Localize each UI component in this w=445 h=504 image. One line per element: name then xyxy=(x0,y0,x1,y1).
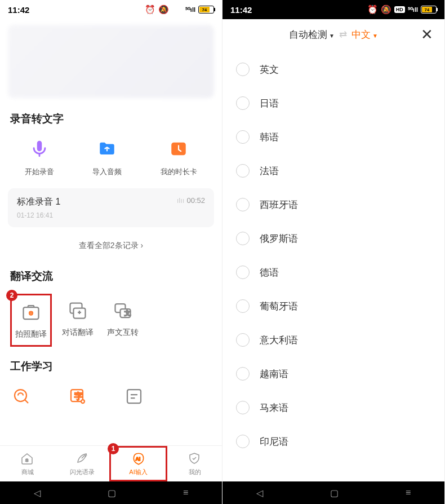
banner-image[interactable] xyxy=(8,25,214,98)
clock-card-icon xyxy=(166,136,191,161)
back-icon[interactable]: ◁ xyxy=(34,488,41,498)
language-option[interactable]: 意大利语 xyxy=(222,323,444,357)
work-icon-3[interactable] xyxy=(123,385,145,408)
mall-icon: S xyxy=(20,452,35,466)
dialogue-translate-label: 对话翻译 xyxy=(62,328,94,338)
recording-item[interactable]: 标准录音 1 01-12 16:41 ılıı 00:52 xyxy=(8,188,214,227)
work-icon-1[interactable] xyxy=(10,385,33,408)
language-option[interactable]: 德语 xyxy=(222,255,444,289)
sound-text-icon: 文 xyxy=(112,299,134,322)
radio-icon xyxy=(236,63,250,76)
home-icon[interactable]: ▢ xyxy=(330,488,339,498)
svg-text:文: 文 xyxy=(124,310,131,316)
import-audio-button[interactable]: 导入音频 xyxy=(92,136,122,177)
radio-icon xyxy=(236,333,250,347)
section-translate-title: 翻译交流 xyxy=(0,261,222,289)
recent-icon[interactable]: ≡ xyxy=(406,488,411,498)
language-option[interactable]: 英文 xyxy=(222,52,444,86)
my-card-button[interactable]: 我的时长卡 xyxy=(161,136,197,177)
svg-rect-11 xyxy=(127,390,141,403)
language-list: 英文 日语 韩语 法语 西班牙语 俄罗斯语 德语 葡萄牙语 意大利语 越南语 马… xyxy=(222,50,444,461)
language-option[interactable]: 俄罗斯语 xyxy=(222,222,444,255)
photo-translate-label: 拍照翻译 xyxy=(15,329,47,339)
wave-icon: ılıı xyxy=(177,196,185,205)
from-language-selector[interactable]: 自动检测▼ xyxy=(289,28,335,41)
system-nav-bar: ◁ ▢ ≡ xyxy=(222,481,444,504)
left-screen: 11:42 ⏰ 🔕 HD ⁵ᴳıll 74 录音转文字 开始录音 导入音频 xyxy=(0,0,222,504)
language-option[interactable]: 法语 xyxy=(222,154,444,188)
language-option[interactable]: 日语 xyxy=(222,86,444,120)
recent-icon[interactable]: ≡ xyxy=(183,488,188,498)
radio-icon xyxy=(236,130,250,144)
caret-down-icon: ▼ xyxy=(329,33,335,39)
section-work-title: 工作学习 xyxy=(0,351,222,379)
radio-icon xyxy=(236,266,250,279)
language-option[interactable]: 马来语 xyxy=(222,391,444,425)
language-option[interactable]: 葡萄牙语 xyxy=(222,289,444,323)
shield-icon xyxy=(188,452,202,466)
radio-icon xyxy=(236,96,250,110)
radio-icon xyxy=(236,198,250,211)
record-actions: 开始录音 导入音频 我的时长卡 xyxy=(0,132,222,185)
view-all-link[interactable]: 查看全部2条记录 › xyxy=(0,231,222,261)
camera-translate-icon xyxy=(20,301,42,324)
dialogue-translate-button[interactable]: 对话翻译 xyxy=(59,294,97,347)
recording-title: 标准录音 1 xyxy=(17,196,60,208)
my-card-label: 我的时长卡 xyxy=(161,167,197,177)
radio-icon xyxy=(236,435,250,448)
status-time: 11:42 xyxy=(8,5,29,15)
alarm-icon: ⏰ xyxy=(367,5,378,15)
sound-text-button[interactable]: 文 声文互转 xyxy=(104,294,142,347)
ai-icon: AI xyxy=(131,452,146,466)
swap-icon[interactable]: ⇄ xyxy=(339,29,347,41)
svg-text:字: 字 xyxy=(74,391,83,401)
svg-point-10 xyxy=(81,400,84,403)
tab-flash-label: 闪光语录 xyxy=(70,468,95,476)
start-record-button[interactable]: 开始录音 xyxy=(25,136,54,177)
chevron-right-icon: › xyxy=(141,241,144,250)
tab-ai-input[interactable]: 1 AI AI输入 xyxy=(109,446,167,481)
tab-mall[interactable]: S 商城 xyxy=(0,446,55,481)
import-audio-label: 导入音频 xyxy=(92,167,122,177)
radio-icon xyxy=(236,299,250,313)
alarm-icon: ⏰ xyxy=(145,5,155,15)
home-icon[interactable]: ▢ xyxy=(108,488,116,498)
radio-icon xyxy=(236,232,250,245)
svg-text:AI: AI xyxy=(135,456,140,462)
battery-icon: 74 xyxy=(198,6,214,14)
right-screen: 11:42 ⏰ 🔕 HD ⁵ᴳıll 74 自动检测▼ ⇄ 中文▼ ✕ 英文 日… xyxy=(222,0,445,504)
battery-icon: 74 xyxy=(421,6,437,14)
radio-icon xyxy=(236,164,250,178)
work-icon-2[interactable]: 字 xyxy=(66,385,89,408)
caret-down-icon: ▼ xyxy=(372,33,378,39)
photo-translate-button[interactable]: 2 拍照翻译 xyxy=(10,294,52,347)
work-features: 字 xyxy=(0,379,222,408)
radio-icon xyxy=(236,367,250,381)
status-bar-dark: 11:42 ⏰ 🔕 HD ⁵ᴳıll 74 xyxy=(222,0,444,19)
status-icons: ⏰ 🔕 HD ⁵ᴳıll 74 xyxy=(367,5,437,15)
radio-icon xyxy=(236,401,250,414)
close-icon[interactable]: ✕ xyxy=(421,26,433,43)
svg-point-7 xyxy=(15,390,26,401)
sound-text-label: 声文互转 xyxy=(107,328,139,338)
translate-features: 2 拍照翻译 对话翻译 文 声文互转 xyxy=(0,289,222,351)
status-bar: 11:42 ⏰ 🔕 HD ⁵ᴳıll 74 xyxy=(0,0,222,19)
hd-badge: HD xyxy=(172,6,183,13)
language-header: 自动检测▼ ⇄ 中文▼ ✕ xyxy=(222,19,444,50)
folder-icon xyxy=(95,136,119,161)
tab-mine[interactable]: 我的 xyxy=(167,446,222,481)
to-language-selector[interactable]: 中文▼ xyxy=(351,28,378,41)
tab-mine-label: 我的 xyxy=(189,468,201,476)
system-nav-bar: ◁ ▢ ≡ xyxy=(0,481,222,504)
hd-badge: HD xyxy=(394,6,405,13)
language-option[interactable]: 韩语 xyxy=(222,120,444,154)
feather-icon xyxy=(75,452,90,466)
recording-date: 01-12 16:41 xyxy=(17,211,60,219)
language-option[interactable]: 西班牙语 xyxy=(222,188,444,222)
language-option[interactable]: 越南语 xyxy=(222,357,444,391)
signal-icon: ⁵ᴳıll xyxy=(185,6,195,14)
tab-flash[interactable]: 闪光语录 xyxy=(55,446,109,481)
back-icon[interactable]: ◁ xyxy=(256,488,263,498)
tab-mall-label: 商城 xyxy=(21,468,34,476)
language-option[interactable]: 印尼语 xyxy=(222,425,444,458)
